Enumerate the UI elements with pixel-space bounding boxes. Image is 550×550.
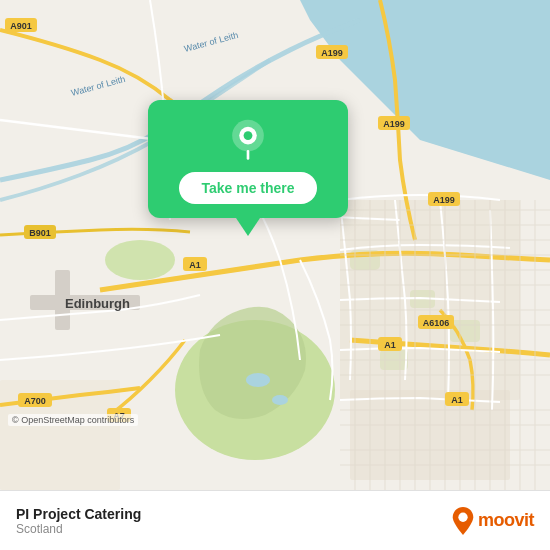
moovit-pin-icon — [452, 507, 474, 535]
svg-text:A199: A199 — [321, 48, 343, 58]
map-container: A901 A199 A199 A199 B901 A1 A1 A1 A6106 … — [0, 0, 550, 490]
popup-card: Take me there — [148, 100, 348, 218]
svg-point-3 — [105, 240, 175, 280]
moovit-brand-text: moovit — [478, 510, 534, 531]
bottom-bar: PI Project Catering Scotland moovit — [0, 490, 550, 550]
svg-text:A199: A199 — [433, 195, 455, 205]
osm-attribution: © OpenStreetMap contributors — [8, 414, 138, 426]
svg-text:A1: A1 — [451, 395, 463, 405]
svg-text:A1: A1 — [189, 260, 201, 270]
moovit-logo[interactable]: moovit — [452, 507, 534, 535]
svg-text:A700: A700 — [24, 396, 46, 406]
svg-point-70 — [458, 512, 467, 521]
svg-text:A901: A901 — [10, 21, 32, 31]
svg-point-69 — [244, 131, 253, 140]
svg-text:Edinburgh: Edinburgh — [65, 296, 130, 311]
location-pin-icon — [226, 118, 270, 162]
popup-tail — [236, 218, 260, 236]
svg-point-66 — [272, 395, 288, 405]
svg-point-65 — [246, 373, 270, 387]
svg-text:A6106: A6106 — [423, 318, 450, 328]
svg-text:B901: B901 — [29, 228, 51, 238]
location-name: PI Project Catering — [16, 506, 141, 522]
location-region: Scotland — [16, 522, 141, 536]
svg-text:A1: A1 — [384, 340, 396, 350]
take-me-there-button[interactable]: Take me there — [179, 172, 316, 204]
svg-text:A199: A199 — [383, 119, 405, 129]
location-info: PI Project Catering Scotland — [16, 506, 141, 536]
